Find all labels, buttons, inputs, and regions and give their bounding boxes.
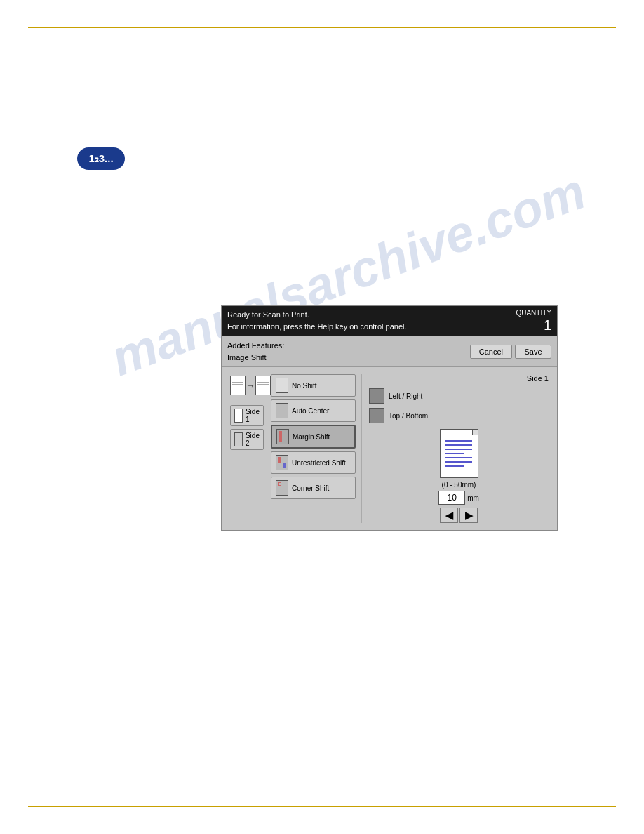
no-shift-icon: [276, 378, 288, 393]
quantity-label: QUANTITY: [516, 309, 551, 317]
auto-center-icon: [276, 403, 288, 418]
side2-label: Side 2: [246, 432, 260, 447]
value-display: 10: [438, 491, 465, 505]
no-shift-label: No Shift: [292, 382, 317, 390]
left-panel: → Side 1 Side 2: [230, 374, 264, 523]
preview-corner: [472, 430, 478, 435]
top-border-line: [28, 27, 616, 28]
steps-badge: 1₂3...: [77, 147, 125, 170]
no-shift-button[interactable]: No Shift: [271, 374, 356, 397]
stepper-row: ◀ ▶: [369, 508, 549, 523]
quantity-value: 1: [516, 317, 551, 333]
dest-doc-icon: [255, 376, 271, 395]
save-button[interactable]: Save: [515, 345, 551, 359]
source-doc-icon: [230, 376, 246, 395]
bottom-border-line: [28, 806, 616, 807]
margin-shift-label: Margin Shift: [293, 433, 330, 441]
auto-center-label: Auto Center: [292, 407, 329, 415]
second-border-line: [28, 55, 616, 55]
header-buttons: Cancel Save: [470, 345, 551, 359]
unit-label: mm: [467, 494, 479, 502]
unrestricted-shift-icon: [276, 455, 288, 470]
cancel-button[interactable]: Cancel: [470, 345, 512, 359]
preview-lines: [445, 440, 471, 467]
steps-badge-label: 1₂3...: [88, 152, 113, 165]
preview-line-5: [445, 457, 471, 458]
preview-line-6: [445, 461, 471, 463]
image-shift-dialog: Ready for Scan to Print. For information…: [221, 305, 558, 531]
margin-shift-icon: [276, 429, 289, 444]
dialog-title: Added Features: Image Shift: [227, 340, 284, 363]
lr-box[interactable]: [369, 388, 384, 404]
status-line1: Ready for Scan to Print.: [227, 309, 407, 321]
side1-display-label: Side 1: [369, 374, 549, 383]
tb-box[interactable]: [369, 408, 384, 423]
unrestricted-shift-button[interactable]: Unrestricted Shift: [271, 451, 356, 474]
auto-center-button[interactable]: Auto Center: [271, 399, 356, 422]
status-quantity: QUANTITY 1: [516, 309, 551, 333]
preview-line-1: [445, 440, 471, 442]
side1-label: Side 1: [246, 408, 260, 423]
preview-line-3: [445, 449, 471, 450]
dialog-header: Added Features: Image Shift Cancel Save: [222, 336, 557, 367]
preview-line-7: [445, 465, 464, 467]
status-line2: For information, press the Help key on c…: [227, 321, 407, 333]
corner-shift-button[interactable]: Corner Shift: [271, 477, 356, 499]
status-text: Ready for Scan to Print. For information…: [227, 309, 407, 332]
preview-line-2: [445, 444, 471, 446]
decrement-button[interactable]: ◀: [440, 508, 458, 523]
middle-panel: No Shift Auto Center Margin Shift Unrest…: [271, 374, 362, 523]
increment-button[interactable]: ▶: [459, 508, 478, 523]
lr-item: Left / Right: [369, 388, 549, 404]
preview-line-4: [445, 453, 464, 454]
dialog-body: → Side 1 Side 2 No Shift Auto Center: [222, 367, 557, 530]
side1-icon: [234, 409, 243, 423]
side1-button[interactable]: Side 1: [230, 405, 264, 426]
right-panel: Side 1 Left / Right Top / Bottom: [369, 374, 549, 523]
side2-icon: [234, 432, 243, 446]
margin-shift-button[interactable]: Margin Shift: [271, 425, 356, 449]
side2-button[interactable]: Side 2: [230, 429, 264, 450]
status-bar: Ready for Scan to Print. For information…: [222, 306, 557, 336]
shift-icon-area: →: [230, 376, 264, 395]
dialog-title-line1: Added Features:: [227, 340, 284, 352]
range-label: (0 - 50mm): [369, 481, 549, 489]
shift-arrow-icon: →: [246, 380, 255, 391]
document-preview: [440, 429, 478, 478]
corner-shift-icon: [276, 480, 288, 496]
unrestricted-shift-label: Unrestricted Shift: [292, 459, 346, 467]
lr-label: Left / Right: [389, 392, 422, 400]
corner-shift-label: Corner Shift: [292, 484, 329, 492]
tb-label: Top / Bottom: [389, 412, 428, 420]
dialog-title-line2: Image Shift: [227, 352, 284, 364]
lr-tb-area: Left / Right Top / Bottom: [369, 388, 549, 423]
tb-item: Top / Bottom: [369, 408, 549, 423]
value-row: 10 mm: [369, 491, 549, 505]
